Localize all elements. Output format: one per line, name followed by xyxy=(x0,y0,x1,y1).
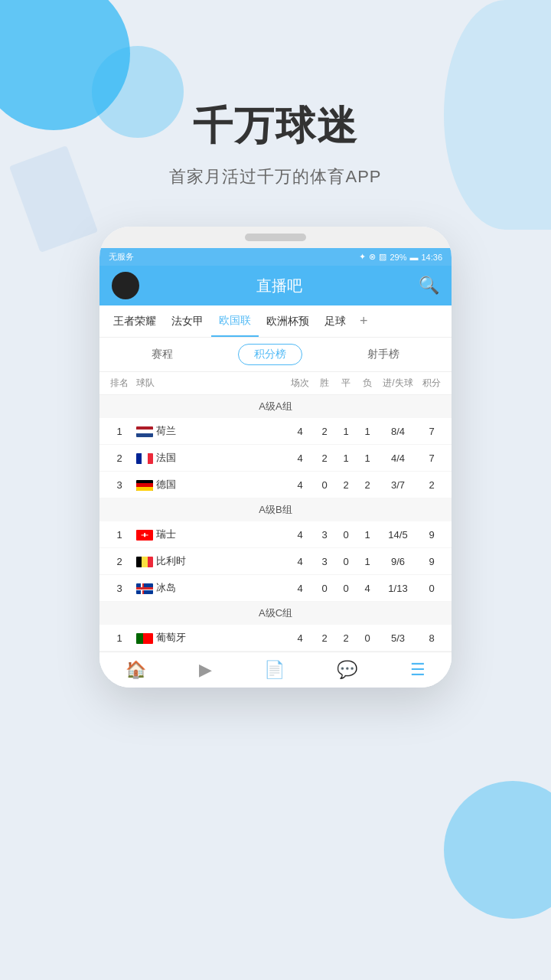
header-rank: 排名 xyxy=(106,377,133,390)
status-bar: 无服务 ✦ ⊗ ▨ 29% ▬ 14:36 xyxy=(99,248,452,266)
header-lose: 负 xyxy=(357,377,378,390)
table-row[interactable]: 3 冰岛 4 0 0 4 1/13 0 xyxy=(99,575,452,602)
nav-video[interactable]: ▶ xyxy=(190,658,221,681)
tab-plus-icon[interactable]: + xyxy=(354,305,374,337)
battery-icon: ▬ xyxy=(409,253,418,262)
wifi-icon: ⊗ xyxy=(369,252,376,262)
standings-table: 排名 球队 场次 胜 平 负 进/失球 积分 A级A组 1 荷兰 4 xyxy=(99,372,452,688)
group-a-header: A级A组 xyxy=(99,395,452,418)
nav-home[interactable]: 🏠 xyxy=(116,658,155,681)
sub-tabs: 赛程 积分榜 射手榜 xyxy=(99,338,452,372)
flag-be xyxy=(136,557,153,567)
flag-ch xyxy=(136,530,153,541)
nav-chat[interactable]: 💬 xyxy=(328,658,367,681)
subtab-schedule[interactable]: 赛程 xyxy=(136,345,188,364)
bottom-navigation: 🏠 ▶ 📄 💬 ☰ xyxy=(99,652,452,688)
header-draw: 平 xyxy=(335,377,357,390)
news-icon: 📄 xyxy=(264,662,285,678)
status-carrier: 无服务 xyxy=(109,251,134,263)
phone-mockup: 无服务 ✦ ⊗ ▨ 29% ▬ 14:36 直播吧 🔍 王者荣耀 法女甲 欧国联… xyxy=(0,227,551,688)
time: 14:36 xyxy=(421,253,442,262)
bluetooth-icon: ✦ xyxy=(359,252,366,262)
phone-frame: 无服务 ✦ ⊗ ▨ 29% ▬ 14:36 直播吧 🔍 王者荣耀 法女甲 欧国联… xyxy=(99,227,452,688)
status-info: ✦ ⊗ ▨ 29% ▬ 14:36 xyxy=(359,252,442,262)
header-pts: 积分 xyxy=(418,377,445,390)
signal-icon: ▨ xyxy=(379,252,386,262)
app-title: 直播吧 xyxy=(256,276,302,296)
flag-fr xyxy=(136,453,153,464)
search-icon[interactable]: 🔍 xyxy=(419,276,439,296)
nav-news[interactable]: 📄 xyxy=(255,658,294,681)
table-row[interactable]: 2 比利时 4 3 0 1 9/6 9 xyxy=(99,548,452,575)
table-row[interactable]: 1 荷兰 4 2 1 1 8/4 7 xyxy=(99,418,452,445)
subtab-scorers[interactable]: 射手榜 xyxy=(352,345,415,364)
subtab-standings[interactable]: 积分榜 xyxy=(238,344,302,365)
table-row[interactable]: 2 法国 4 2 1 1 4/4 7 xyxy=(99,445,452,472)
play-icon: ▶ xyxy=(199,662,212,678)
flag-is xyxy=(136,583,153,594)
group-b-header: A级B组 xyxy=(99,498,452,521)
flag-pt xyxy=(136,633,153,644)
table-header-row: 排名 球队 场次 胜 平 负 进/失球 积分 xyxy=(99,372,452,395)
tab-ouzhoubeiyu[interactable]: 欧洲杯预 xyxy=(259,307,317,336)
chat-icon: 💬 xyxy=(337,662,357,678)
table-row[interactable]: 1 瑞士 4 3 0 1 14/5 9 xyxy=(99,521,452,548)
header-team: 球队 xyxy=(133,377,286,390)
nav-standings[interactable]: ☰ xyxy=(401,658,435,681)
tab-fanvjia[interactable]: 法女甲 xyxy=(164,307,211,336)
list-icon: ☰ xyxy=(410,662,425,678)
tab-ouguolian[interactable]: 欧国联 xyxy=(211,306,259,337)
flag-de xyxy=(136,480,153,491)
header-win: 胜 xyxy=(314,377,335,390)
table-row[interactable]: 3 德国 4 0 2 2 3/7 2 xyxy=(99,472,452,498)
phone-notch-bar xyxy=(99,227,452,248)
home-icon: 🏠 xyxy=(126,662,146,678)
avatar[interactable] xyxy=(112,272,139,299)
group-c-header: A级C组 xyxy=(99,602,452,625)
tab-wangzhe[interactable]: 王者荣耀 xyxy=(106,307,164,336)
phone-notch xyxy=(245,234,306,241)
hero-section: 千万球迷 首家月活过千万的体育APP xyxy=(0,0,551,188)
bg-decoration-circle-br xyxy=(444,781,551,919)
header-gd: 进/失球 xyxy=(378,377,418,390)
hero-subtitle: 首家月活过千万的体育APP xyxy=(0,165,551,188)
flag-nl xyxy=(136,426,153,437)
category-tabs: 王者荣耀 法女甲 欧国联 欧洲杯预 足球 + xyxy=(99,305,452,338)
table-row[interactable]: 1 葡萄牙 4 2 2 0 5/3 8 xyxy=(99,625,452,652)
app-header: 直播吧 🔍 xyxy=(99,266,452,305)
header-played: 场次 xyxy=(286,377,314,390)
hero-title: 千万球迷 xyxy=(0,100,551,153)
battery-level: 29% xyxy=(390,253,406,262)
tab-zuqiu[interactable]: 足球 xyxy=(317,307,354,336)
